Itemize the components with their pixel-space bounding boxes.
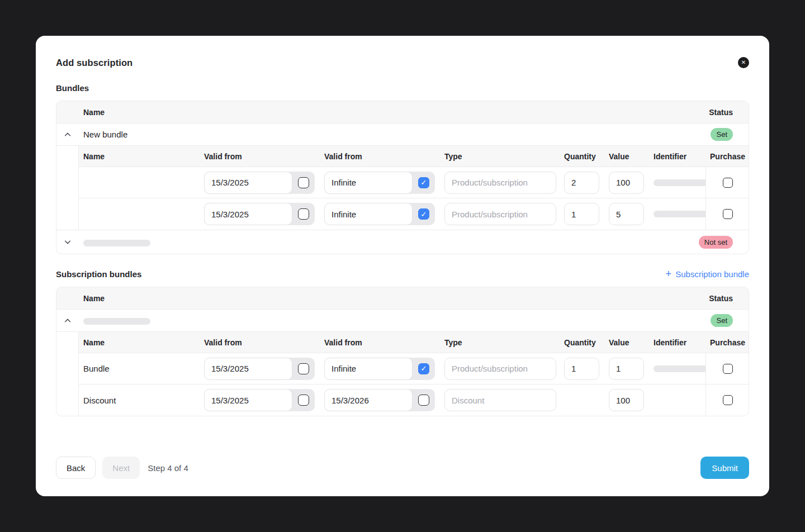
identifier-skeleton [654, 179, 705, 186]
type-input[interactable] [444, 172, 556, 194]
purchase-checkbox[interactable] [723, 178, 733, 188]
chevron-down-icon [64, 238, 72, 246]
quantity-input[interactable] [564, 358, 599, 380]
identifier-skeleton [654, 365, 705, 372]
step-indicator: Step 4 of 4 [148, 463, 188, 473]
valid-to-group [324, 203, 435, 225]
chevron-up-icon [64, 131, 72, 139]
valid-to-checkbox[interactable] [418, 395, 429, 406]
purchase-checkbox[interactable] [723, 395, 733, 405]
row-name: Discount [79, 396, 200, 405]
valid-from-group [204, 358, 315, 380]
subscription-group-row: Set [56, 310, 749, 332]
valid-from-checkbox[interactable] [298, 395, 309, 406]
subscription-items-header: Name Valid from Valid from Type Quantity… [79, 332, 749, 353]
add-subscription-bundle-link[interactable]: + Subscription bundle [665, 269, 749, 279]
valid-to-input[interactable] [324, 172, 413, 194]
infinite-checkbox[interactable] [418, 363, 429, 374]
col-type: Type [440, 152, 560, 161]
bundles-table-header: Name Status [56, 101, 749, 124]
col-valid-from: Valid from [200, 152, 320, 161]
col-purchase: Purchase [705, 152, 749, 161]
name-skeleton [83, 240, 150, 246]
bundle-items: Name Valid from Valid from Type Quantity… [56, 146, 749, 230]
valid-from-input[interactable] [204, 358, 292, 380]
col-status: Status [709, 294, 733, 303]
valid-from-group [204, 172, 315, 194]
close-icon: ✕ [741, 60, 746, 65]
valid-to-input[interactable] [324, 389, 413, 411]
value-input[interactable] [609, 389, 644, 411]
bundles-heading: Bundles [56, 83, 749, 93]
valid-to-input[interactable] [324, 203, 413, 225]
status-badge: Set [711, 314, 733, 327]
bundle-items-header: Name Valid from Valid from Type Quantity… [79, 146, 749, 167]
valid-from-input[interactable] [204, 203, 292, 225]
col-value: Value [604, 152, 649, 161]
expand-button[interactable] [61, 235, 74, 249]
valid-from-group [204, 203, 315, 225]
col-name: Name [83, 108, 105, 117]
plus-icon: + [665, 268, 671, 279]
bundle-group-row: New bundle Set [56, 124, 749, 146]
col-status: Status [709, 108, 733, 117]
col-name: Name [79, 152, 200, 161]
bundles-table: Name Status New bundle Set Name Valid fr… [56, 101, 749, 254]
close-button[interactable]: ✕ [738, 57, 749, 68]
status-badge: Not set [699, 236, 733, 249]
col-type: Type [440, 338, 560, 347]
valid-from-checkbox[interactable] [298, 208, 309, 220]
subscription-bundles-heading: Subscription bundles [56, 269, 141, 279]
value-input[interactable] [609, 358, 644, 380]
bundle-group-name: New bundle [79, 130, 127, 139]
row-name: Bundle [79, 364, 200, 373]
quantity-input[interactable] [564, 203, 599, 225]
col-identifier: Identifier [649, 152, 705, 161]
add-subscription-modal: Add subscription ✕ Bundles Name Status N… [36, 36, 769, 496]
col-identifier: Identifier [649, 338, 705, 347]
type-input[interactable] [444, 358, 556, 380]
collapse-button[interactable] [61, 314, 74, 327]
valid-from-input[interactable] [204, 389, 292, 411]
page-title: Add subscription [56, 58, 132, 68]
name-skeleton [83, 318, 150, 325]
valid-from-group [204, 389, 315, 411]
back-button[interactable]: Back [56, 457, 96, 479]
col-purchase: Purchase [705, 338, 749, 347]
col-value: Value [604, 338, 649, 347]
col-valid-to: Valid from [320, 152, 440, 161]
table-row: Discount [79, 384, 749, 416]
col-valid-from: Valid from [200, 338, 320, 347]
infinite-checkbox[interactable] [418, 177, 429, 188]
value-input[interactable] [609, 172, 644, 194]
type-input[interactable] [444, 389, 556, 411]
chevron-up-icon [64, 317, 72, 325]
col-name: Name [79, 338, 200, 347]
indent-gutter [56, 146, 79, 230]
table-row [79, 167, 749, 198]
next-button[interactable]: Next [102, 457, 140, 479]
collapsed-bundle-row: Not set [56, 230, 749, 254]
type-input[interactable] [444, 203, 556, 225]
subscription-bundles-table: Name Status Set Name Valid from Valid fr… [56, 287, 749, 416]
table-row: Bundle [79, 353, 749, 384]
value-input[interactable] [609, 203, 644, 225]
col-valid-to: Valid from [320, 338, 440, 347]
status-badge: Set [711, 128, 733, 141]
collapse-button[interactable] [61, 128, 74, 141]
valid-from-checkbox[interactable] [298, 363, 309, 374]
valid-to-group [324, 358, 435, 380]
quantity-input[interactable] [564, 172, 599, 194]
valid-to-input[interactable] [324, 358, 413, 380]
valid-from-input[interactable] [204, 172, 292, 194]
modal-header: Add subscription ✕ [56, 57, 749, 68]
purchase-checkbox[interactable] [723, 209, 733, 219]
infinite-checkbox[interactable] [418, 208, 429, 220]
valid-from-checkbox[interactable] [298, 177, 309, 188]
purchase-checkbox[interactable] [723, 364, 733, 374]
indent-gutter [56, 332, 79, 416]
col-quantity: Quantity [560, 338, 604, 347]
submit-button[interactable]: Submit [700, 457, 749, 479]
modal-footer: Back Next Step 4 of 4 Submit [56, 457, 749, 479]
subscription-table-header: Name Status [56, 287, 749, 310]
